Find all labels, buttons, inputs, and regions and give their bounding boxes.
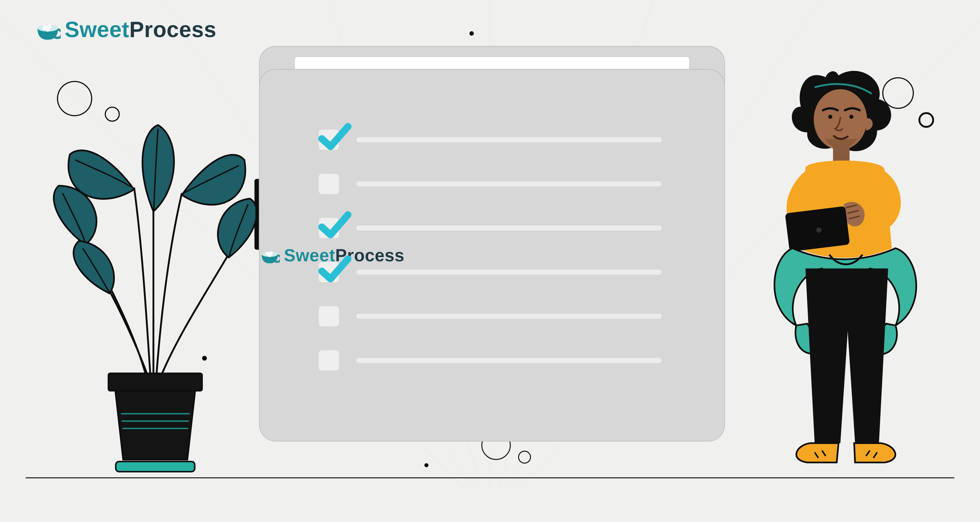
- cup-icon: [35, 16, 60, 42]
- svg-point-14: [268, 254, 272, 257]
- potted-plant-illustration: [48, 109, 255, 478]
- decor-ring: [518, 451, 531, 464]
- cup-icon: [260, 245, 280, 265]
- svg-point-21: [828, 115, 832, 119]
- checkmark-icon: [317, 207, 352, 242]
- svg-point-10: [46, 27, 50, 32]
- brand-word-1: Sweet: [65, 17, 129, 42]
- checkbox-checked[interactable]: [319, 262, 339, 282]
- tablet-screen: SweetProcess: [294, 57, 689, 408]
- checklist-row: [319, 294, 662, 338]
- checklist-line: [356, 358, 662, 363]
- checkbox-checked[interactable]: [319, 130, 339, 150]
- ground-line: [25, 477, 955, 478]
- svg-rect-23: [833, 147, 850, 162]
- decor-dot: [424, 463, 428, 467]
- decor-dot: [469, 31, 474, 35]
- checklist-row: [319, 162, 662, 206]
- brand-word-2: Process: [129, 17, 216, 42]
- checklist-line: [356, 225, 662, 230]
- checklist-line: [356, 181, 662, 186]
- checklist-line: [356, 137, 662, 142]
- checkmark-icon: [317, 251, 352, 286]
- svg-point-22: [850, 115, 854, 119]
- brand-logo-corner: SweetProcess: [35, 16, 216, 42]
- checklist-line: [356, 314, 662, 319]
- checkmark-icon: [317, 119, 352, 153]
- checklist: [319, 118, 662, 383]
- checklist-row: [319, 338, 662, 383]
- checklist-line: [356, 270, 662, 275]
- svg-rect-19: [116, 461, 195, 472]
- person-illustration: [759, 55, 925, 478]
- checklist-row: [319, 206, 662, 250]
- checkbox-unchecked[interactable]: [319, 350, 339, 370]
- checkbox-unchecked[interactable]: [319, 174, 339, 194]
- checkbox-unchecked[interactable]: [319, 306, 339, 326]
- checkbox-checked[interactable]: [319, 218, 339, 238]
- checklist-row: [319, 250, 662, 294]
- tablet-device: SweetProcess: [259, 46, 725, 418]
- svg-rect-15: [108, 373, 202, 391]
- checklist-row: [319, 118, 662, 162]
